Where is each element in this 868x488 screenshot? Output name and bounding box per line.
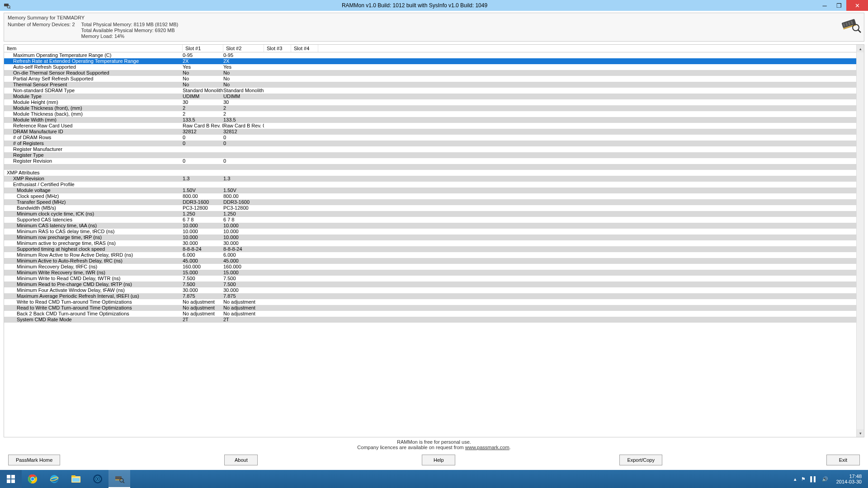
- table-row[interactable]: # of Registers00: [4, 141, 856, 146]
- table-row[interactable]: Minimum Read to Pre-charge CMD Delay, tR…: [4, 282, 856, 287]
- table-row[interactable]: Register Type: [4, 152, 856, 158]
- help-button[interactable]: Help: [422, 455, 455, 465]
- column-header-slot1[interactable]: Slot #1: [183, 45, 223, 52]
- table-row[interactable]: XMP Attributes: [4, 170, 856, 176]
- row-slot2-value: 30.000: [223, 240, 264, 246]
- table-row[interactable]: Read to Write CMD Turn-around Time Optim…: [4, 305, 856, 311]
- table-row[interactable]: Register Revision00: [4, 158, 856, 164]
- table-row[interactable]: Back 2 Back CMD Turn-around Time Optimiz…: [4, 311, 856, 317]
- table-row[interactable]: Minimum Write to Read CMD Delay, tWTR (n…: [4, 276, 856, 282]
- table-row[interactable]: # of DRAM Rows00: [4, 135, 856, 141]
- row-slot1-value: No: [183, 70, 223, 76]
- table-row[interactable]: Minimum active to precharge time, tRAS (…: [4, 240, 856, 246]
- table-row[interactable]: Module Width (mm)133.5133.5: [4, 117, 856, 123]
- table-row[interactable]: Minimum CAS latency time, tAA (ns)10.000…: [4, 223, 856, 229]
- table-row[interactable]: Transfer Speed (MHz)DDR3-1600DDR3-1600: [4, 199, 856, 205]
- scroll-up-arrow-icon[interactable]: ▴: [857, 45, 864, 52]
- exit-button[interactable]: Exit: [826, 455, 860, 465]
- export-copy-button[interactable]: Export/Copy: [619, 455, 662, 465]
- app-icon: [2, 0, 12, 10]
- taskbar-app-icon[interactable]: [87, 470, 108, 488]
- table-row[interactable]: Enthusiast / Certified Profile: [4, 182, 856, 188]
- table-row[interactable]: Non-standard SDRAM TypeStandard Monolith…: [4, 88, 856, 94]
- table-row[interactable]: Partial Array Self Refresh SupportedNoNo: [4, 76, 856, 82]
- vertical-scrollbar[interactable]: ▴ ▾: [856, 45, 864, 437]
- row-slot4-value: [291, 317, 318, 323]
- row-slot2-value: UDIMM: [223, 94, 264, 99]
- row-slot1-value: No: [183, 82, 223, 88]
- table-row[interactable]: Minimum clock cycle time, tCK (ns)1.2501…: [4, 211, 856, 217]
- tray-volume-icon[interactable]: 🔊: [822, 476, 828, 482]
- close-button[interactable]: ✕: [846, 0, 868, 11]
- table-row[interactable]: Clock speed (MHz)800.00800.00: [4, 193, 856, 199]
- table-row[interactable]: Refresh Rate at Extended Operating Tempe…: [4, 58, 856, 64]
- table-row[interactable]: Minimum RAS to CAS delay time, tRCD (ns)…: [4, 229, 856, 235]
- row-slot1-value: 10.000: [183, 223, 223, 229]
- table-row[interactable]: Write to Read CMD Turn-around Time Optim…: [4, 299, 856, 305]
- row-slot1-value: 6 7 8: [183, 217, 223, 223]
- row-slot3-value: [264, 176, 291, 182]
- column-header-slot4[interactable]: Slot #4: [291, 45, 318, 52]
- row-slot4-value: [291, 58, 318, 64]
- start-button[interactable]: [0, 470, 22, 488]
- about-button[interactable]: About: [224, 455, 258, 465]
- row-slot3-value: [264, 52, 291, 58]
- row-label: Module voltage: [7, 188, 51, 193]
- table-row[interactable]: Supported CAS latencies6 7 86 7 8: [4, 217, 856, 223]
- table-row[interactable]: Register Manufacturer: [4, 146, 856, 152]
- row-slot3-value: [264, 58, 291, 64]
- system-tray[interactable]: ▴ ⚑ ▌▌ 🔊 17:48 2014-03-30: [794, 474, 868, 484]
- taskbar-explorer-icon[interactable]: [65, 470, 87, 488]
- row-slot2-value: 10.000: [223, 229, 264, 235]
- row-slot3-value: [264, 111, 291, 117]
- table-row[interactable]: Module TypeUDIMMUDIMM: [4, 94, 856, 99]
- row-slot4-value: [291, 76, 318, 82]
- table-row[interactable]: Module voltage1.50V1.50V: [4, 188, 856, 193]
- table-row[interactable]: Reference Raw Card UsedRaw Card B Rev. 0…: [4, 123, 856, 129]
- table-row[interactable]: Maximum Average Periodic Refresh Interva…: [4, 293, 856, 299]
- row-slot1-value: 8-8-8-24: [183, 246, 223, 252]
- column-header-slot2[interactable]: Slot #2: [223, 45, 264, 52]
- taskbar-ie-icon[interactable]: [43, 470, 65, 488]
- row-slot2-value: 7.500: [223, 276, 264, 282]
- row-slot1-value: Standard Monolithic: [183, 88, 223, 94]
- table-row[interactable]: Module Thickness (back), (mm)22: [4, 111, 856, 117]
- table-row[interactable]: Thermal Sensor PresentNoNo: [4, 82, 856, 88]
- table-row[interactable]: Minimum Four Activate Window Delay, tFAW…: [4, 287, 856, 293]
- row-slot1-value: 0: [183, 135, 223, 141]
- taskbar-rammon-icon[interactable]: [108, 470, 130, 488]
- svg-rect-23: [72, 478, 80, 482]
- row-slot2-value: No: [223, 70, 264, 76]
- table-row[interactable]: DRAM Manufacture ID3281232812: [4, 129, 856, 135]
- table-row[interactable]: Bandwidth (MB/s)PC3-12800PC3-12800: [4, 205, 856, 211]
- passmark-link[interactable]: www.passmark.com: [465, 445, 509, 450]
- table-row[interactable]: Auto-self Refresh SupportedYesYes: [4, 64, 856, 70]
- table-row[interactable]: Supported timing at highest clock speed8…: [4, 246, 856, 252]
- table-row[interactable]: Module Height (mm)3030: [4, 99, 856, 105]
- table-row[interactable]: Minimum Active to Auto-Refresh Delay, tR…: [4, 258, 856, 264]
- table-row[interactable]: Minimum Recovery Delay, tRFC (ns)160.000…: [4, 264, 856, 270]
- passmark-home-button[interactable]: PassMark Home: [8, 455, 60, 465]
- tray-up-arrow-icon[interactable]: ▴: [794, 476, 797, 482]
- scroll-down-arrow-icon[interactable]: ▾: [857, 429, 864, 437]
- taskbar-clock[interactable]: 17:48 2014-03-30: [833, 474, 865, 484]
- tray-network-icon[interactable]: ▌▌: [810, 476, 817, 482]
- table-row[interactable]: Minimum Row Active to Row Active Delay, …: [4, 252, 856, 258]
- table-row[interactable]: Module Thickness (front), (mm)22: [4, 105, 856, 111]
- minimize-button[interactable]: ─: [817, 0, 832, 11]
- row-slot4-value: [291, 117, 318, 123]
- row-slot4-value: [291, 282, 318, 287]
- column-header-slot3[interactable]: Slot #3: [264, 45, 291, 52]
- maximize-button[interactable]: ❐: [832, 0, 846, 11]
- table-row[interactable]: Maximum Operating Temperature Range (C)0…: [4, 52, 856, 58]
- table-row[interactable]: On-die Thermal Sensor Readout SupportedN…: [4, 70, 856, 76]
- row-label: Module Height (mm): [7, 99, 58, 105]
- table-row[interactable]: Minimum row precharge time, tRP (ns)10.0…: [4, 235, 856, 240]
- tray-flag-icon[interactable]: ⚑: [801, 476, 806, 482]
- table-row[interactable]: Minimum Write Recovery time, tWR (ns)15.…: [4, 270, 856, 276]
- taskbar-chrome-icon[interactable]: [22, 470, 43, 488]
- table-row[interactable]: XMP Revision1.31.3: [4, 176, 856, 182]
- table-row[interactable]: System CMD Rate Mode2T2T: [4, 317, 856, 323]
- column-header-item[interactable]: Item: [4, 45, 183, 52]
- table-row[interactable]: [4, 164, 856, 170]
